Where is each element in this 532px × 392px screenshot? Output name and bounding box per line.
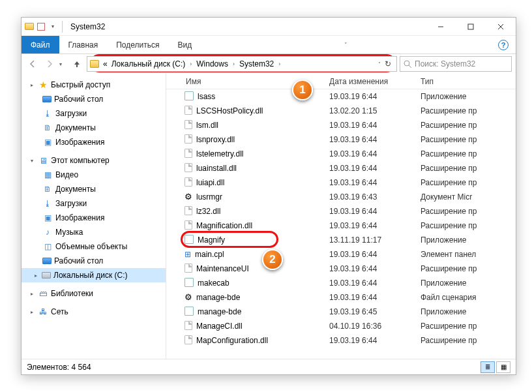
sidebar-item-videos[interactable]: ▦Видео	[22, 168, 166, 182]
file-row[interactable]: Magnification.dll19.03.19 6:44Расширение…	[166, 219, 516, 233]
file-row[interactable]: MaintenanceUI19.03.19 6:44Расширение пр	[166, 262, 516, 276]
qat-dropdown-icon[interactable]: ▾	[48, 22, 58, 32]
properties-icon[interactable]	[37, 23, 45, 31]
file-icon	[185, 134, 192, 145]
file-type: Приложение	[421, 307, 516, 316]
file-icon	[185, 91, 194, 102]
file-icon: ⊞	[185, 250, 191, 259]
minimize-button[interactable]	[426, 18, 456, 36]
column-type[interactable]: Тип	[421, 77, 516, 86]
close-button[interactable]	[486, 18, 516, 36]
view-details-button[interactable]: ≣	[480, 361, 495, 373]
file-icon	[185, 220, 192, 232]
file-row[interactable]: ManageCI.dll04.10.19 16:36Расширение пр	[166, 319, 516, 333]
column-date[interactable]: Дата изменения	[329, 77, 421, 86]
music-icon: ♪	[42, 227, 53, 237]
breadcrumb-segment[interactable]: «	[102, 59, 109, 68]
file-type: Приложение	[421, 279, 516, 288]
history-dropdown-icon[interactable]: ▾	[59, 61, 67, 67]
file-row[interactable]: ⚙manage-bde19.03.19 6:44Файл сценария	[166, 290, 516, 305]
search-input[interactable]: Поиск: System32	[400, 56, 512, 72]
file-type: Расширение пр	[421, 221, 516, 230]
file-type: Элемент панел	[421, 250, 516, 259]
file-date: 19.03.19 6:44	[329, 178, 421, 187]
svg-line-5	[409, 65, 411, 68]
file-row[interactable]: ⊞main.cpl19.03.19 6:44Элемент панел	[166, 247, 516, 262]
tab-share[interactable]: Поделиться	[107, 36, 168, 53]
breadcrumb-segment[interactable]: System32	[238, 59, 275, 68]
navigation-pane: ▸★ Быстрый доступ Рабочий стол ⭳Загрузки…	[22, 74, 166, 359]
file-row[interactable]: makecab19.03.19 6:44Приложение	[166, 276, 516, 290]
sidebar-item-desktop[interactable]: Рабочий стол	[22, 254, 166, 268]
document-icon: 🗎	[42, 123, 53, 133]
sidebar-item-music[interactable]: ♪Музыка	[22, 225, 166, 239]
sidebar-libraries[interactable]: ▸🗃Библиотеки	[22, 286, 166, 301]
sidebar-item-desktop[interactable]: Рабочий стол	[22, 92, 166, 106]
file-type: Документ Micr	[421, 192, 516, 202]
file-row[interactable]: lsass19.03.19 6:44Приложение	[166, 89, 516, 104]
folder-icon	[24, 22, 35, 32]
sidebar-this-pc[interactable]: ▾🖥 Этот компьютер	[22, 153, 166, 168]
file-row[interactable]: MapConfiguration.dll19.03.19 6:44Расшире…	[166, 333, 516, 348]
maximize-button[interactable]	[456, 18, 486, 36]
file-list[interactable]: lsass19.03.19 6:44ПриложениеLSCSHostPoli…	[166, 89, 516, 359]
file-type: Файл сценария	[421, 293, 516, 302]
forward-button[interactable]	[42, 57, 57, 71]
sidebar-item-documents[interactable]: 🗎Документы	[22, 121, 166, 135]
tab-view[interactable]: Вид	[168, 36, 201, 53]
chevron-right-icon[interactable]: ›	[188, 61, 194, 67]
address-dropdown-icon[interactable]: ˅	[378, 61, 381, 67]
file-row[interactable]: lz32.dll19.03.19 6:44Расширение пр	[166, 204, 516, 219]
file-date: 19.03.19 6:44	[329, 164, 421, 173]
address-bar[interactable]: « Локальный диск (C:) › Windows › System…	[87, 56, 397, 72]
file-icon	[185, 278, 194, 289]
breadcrumb-segment[interactable]: Локальный диск (C:)	[110, 59, 187, 68]
picture-icon: ▣	[42, 213, 53, 223]
file-date: 19.03.19 6:43	[329, 192, 421, 202]
file-row[interactable]: lsm.dll19.03.19 6:44Расширение пр	[166, 118, 516, 132]
file-name: LSCSHostPolicy.dll	[196, 106, 263, 115]
sidebar-item-pictures[interactable]: ▣Изображения	[22, 135, 166, 149]
file-row[interactable]: LSCSHostPolicy.dll13.02.20 1:15Расширени…	[166, 104, 516, 118]
sidebar-item-downloads[interactable]: ⭳Загрузки	[22, 106, 166, 121]
file-date: 19.03.19 6:44	[329, 221, 421, 230]
file-row[interactable]: ⚙lusrmgr19.03.19 6:43Документ Micr	[166, 190, 516, 204]
file-row[interactable]: luainstall.dll19.03.19 6:44Расширение пр	[166, 161, 516, 175]
window-title: System32	[70, 22, 105, 31]
file-icon	[185, 149, 192, 160]
download-icon: ⭳	[42, 198, 53, 209]
file-date: 19.03.19 6:44	[329, 250, 421, 259]
file-row[interactable]: lstelemetry.dll19.03.19 6:44Расширение п…	[166, 147, 516, 161]
ribbon-expand[interactable]: ˅	[334, 36, 359, 53]
back-button[interactable]	[25, 57, 40, 71]
explorer-window: ▾ System32 Файл Главная Поделиться Вид ˅…	[21, 17, 516, 375]
file-row[interactable]: manage-bde19.03.19 6:45Приложение	[166, 305, 516, 319]
file-row[interactable]: lsnproxy.dll19.03.19 6:44Расширение пр	[166, 132, 516, 147]
file-row[interactable]: Magnify13.11.19 11:17Приложение	[166, 233, 516, 247]
chevron-right-icon[interactable]: ›	[231, 61, 237, 67]
sidebar-item-downloads[interactable]: ⭳Загрузки	[22, 196, 166, 211]
sidebar-network[interactable]: ▸🖧Сеть	[22, 305, 166, 319]
tab-file[interactable]: Файл	[22, 36, 59, 53]
chevron-right-icon[interactable]: ›	[276, 61, 282, 67]
help-icon[interactable]: ?	[498, 40, 509, 50]
view-icons-button[interactable]: ▦	[496, 361, 510, 373]
sidebar-item-3d[interactable]: ◫Объемные объекты	[22, 239, 166, 254]
sidebar-quick-access[interactable]: ▸★ Быстрый доступ	[22, 78, 166, 92]
file-icon	[185, 335, 192, 346]
refresh-icon[interactable]: ↻	[385, 59, 391, 68]
document-icon: 🗎	[42, 184, 53, 194]
sidebar-item-documents[interactable]: 🗎Документы	[22, 182, 166, 196]
up-button[interactable]	[70, 57, 84, 71]
tab-home[interactable]: Главная	[59, 36, 108, 53]
sidebar-item-pictures[interactable]: ▣Изображения	[22, 211, 166, 225]
file-date: 19.03.19 6:44	[329, 293, 421, 302]
sidebar-item-local-disk[interactable]: ▸Локальный диск (C:)	[22, 268, 166, 282]
file-date: 19.03.19 6:44	[329, 135, 421, 144]
file-name: lsnproxy.dll	[196, 135, 235, 144]
file-name: Magnify	[198, 235, 225, 245]
ribbon: Файл Главная Поделиться Вид ˅ ?	[22, 36, 516, 54]
breadcrumb-segment[interactable]: Windows	[195, 59, 229, 68]
file-row[interactable]: luiapi.dll19.03.19 6:44Расширение пр	[166, 175, 516, 190]
file-icon: ⚙	[185, 192, 192, 202]
